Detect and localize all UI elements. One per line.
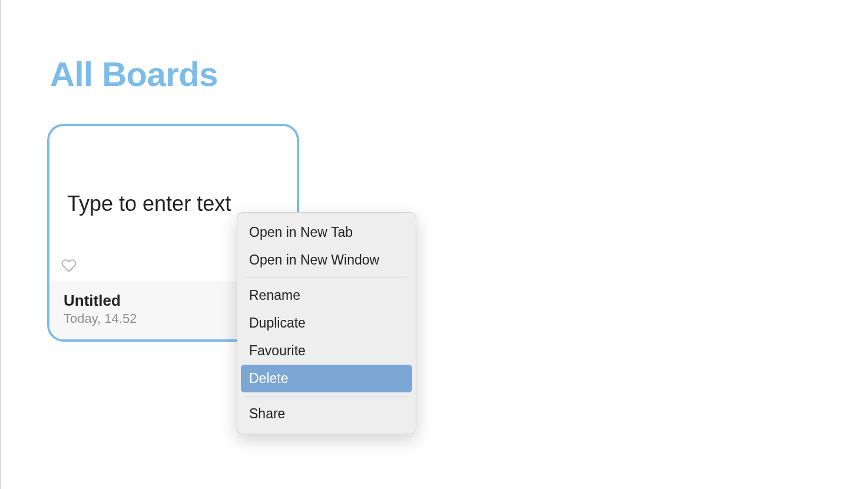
menu-open-new-window[interactable]: Open in New Window bbox=[237, 246, 416, 274]
context-menu: Open in New Tab Open in New Window Renam… bbox=[237, 212, 416, 434]
menu-duplicate[interactable]: Duplicate bbox=[237, 309, 416, 337]
menu-separator bbox=[246, 396, 408, 397]
menu-share[interactable]: Share bbox=[237, 400, 416, 428]
menu-rename[interactable]: Rename bbox=[237, 282, 416, 309]
menu-separator bbox=[246, 277, 408, 278]
menu-open-new-tab[interactable]: Open in New Tab bbox=[237, 219, 416, 246]
page-title: All Boards bbox=[50, 54, 218, 94]
menu-favourite[interactable]: Favourite bbox=[237, 337, 416, 365]
menu-delete[interactable]: Delete bbox=[241, 365, 412, 392]
left-divider bbox=[0, 0, 1, 489]
board-preview-text: Type to enter text bbox=[67, 191, 231, 216]
heart-icon[interactable] bbox=[61, 258, 77, 273]
